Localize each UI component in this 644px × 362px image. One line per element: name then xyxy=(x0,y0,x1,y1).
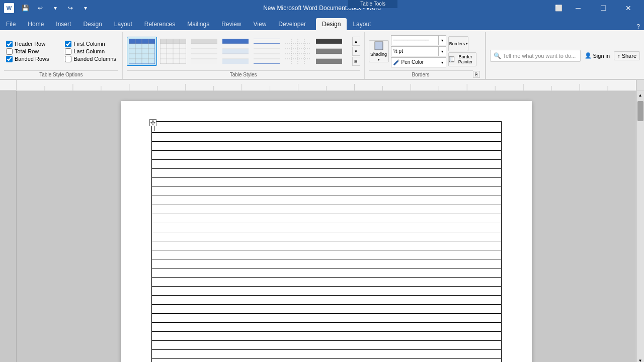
ruler-area xyxy=(0,80,644,91)
scroll-thumb[interactable] xyxy=(637,101,643,121)
gallery-scroll-up[interactable]: ▲ xyxy=(352,37,360,46)
table-cell[interactable] xyxy=(151,359,501,363)
scroll-track[interactable] xyxy=(636,99,644,356)
table-move-handle[interactable] xyxy=(149,119,156,126)
undo-qat-btn[interactable]: ↩ xyxy=(34,2,46,14)
scroll-up-btn[interactable]: ▲ xyxy=(636,91,644,99)
tab-design-doc[interactable]: Design xyxy=(77,18,108,30)
table-cell[interactable] xyxy=(151,151,501,160)
table-cell[interactable] xyxy=(151,142,501,151)
table-cell[interactable] xyxy=(151,241,501,250)
table-cell[interactable] xyxy=(151,268,501,278)
tab-layout-table[interactable]: Layout xyxy=(347,18,377,30)
word-icon: W xyxy=(4,3,14,13)
banded-columns-checkbox[interactable] xyxy=(65,56,71,62)
table-cell[interactable] xyxy=(151,305,501,314)
gallery-scroll-down[interactable]: ▼ xyxy=(352,47,360,56)
customize-qat-btn[interactable]: ▾ xyxy=(79,2,92,14)
border-painter-btn[interactable]: Border Painter xyxy=(448,52,476,66)
table-cell[interactable] xyxy=(151,259,501,268)
table-cell[interactable] xyxy=(151,205,501,214)
tab-mailings[interactable]: Mailings xyxy=(181,18,215,30)
table-cell[interactable] xyxy=(151,214,501,223)
table-style-grid[interactable] xyxy=(127,37,157,66)
document-scroll-area[interactable] xyxy=(17,91,636,362)
table-style-2[interactable] xyxy=(158,37,188,66)
table-cell[interactable] xyxy=(151,332,501,341)
tab-developer[interactable]: Developer xyxy=(272,18,312,30)
sign-in-label: Sign in xyxy=(593,53,610,59)
tab-home[interactable]: Home xyxy=(22,18,50,30)
first-column-option[interactable]: First Column xyxy=(65,41,116,47)
sign-in-btn[interactable]: 👤 Sign in xyxy=(585,52,610,59)
table-cell[interactable] xyxy=(151,278,501,287)
close-btn[interactable]: ✕ xyxy=(617,0,640,16)
table-style-6[interactable] xyxy=(283,37,313,66)
search-box[interactable]: 🔍 Tell me what you want to do... xyxy=(490,50,581,62)
table-style-5[interactable] xyxy=(252,37,282,66)
border-width-control[interactable]: ½ pt ▾ xyxy=(391,46,446,56)
share-btn[interactable]: ↑ Share xyxy=(614,51,640,60)
border-width-dropdown[interactable]: ▾ xyxy=(439,49,446,54)
table-cell[interactable] xyxy=(151,187,501,196)
table-cell[interactable] xyxy=(151,250,501,259)
table-cell[interactable] xyxy=(151,341,501,350)
table-cell[interactable] xyxy=(151,133,501,142)
table-cell[interactable] xyxy=(151,323,501,332)
tab-design-table[interactable]: Design xyxy=(316,18,347,30)
banded-columns-option[interactable]: Banded Columns xyxy=(65,56,116,62)
borders-dialog-launcher[interactable]: ⎘ xyxy=(473,71,480,78)
first-column-checkbox[interactable] xyxy=(65,41,71,47)
header-row-checkbox[interactable] xyxy=(6,41,13,47)
total-row-option[interactable]: Total Row xyxy=(6,48,57,55)
pen-color-control[interactable]: Pen Color ▾ xyxy=(391,57,446,67)
table-cell[interactable] xyxy=(151,196,501,205)
undo-dropdown[interactable]: ▾ xyxy=(49,2,61,14)
vertical-scrollbar[interactable]: ▲ ▼ xyxy=(636,91,644,362)
banded-rows-option[interactable]: Banded Rows xyxy=(6,56,57,62)
banded-rows-checkbox[interactable] xyxy=(6,56,13,62)
tab-view[interactable]: View xyxy=(248,18,273,30)
table-cell[interactable] xyxy=(151,287,501,296)
table-cell[interactable] xyxy=(151,160,501,169)
gallery-more[interactable]: ⊟ xyxy=(352,57,360,66)
tab-insert[interactable]: Insert xyxy=(50,18,77,30)
table-style-3[interactable] xyxy=(189,37,219,66)
ribbon-display-btn[interactable]: ⬜ xyxy=(552,2,565,14)
pen-color-dropdown[interactable]: ▾ xyxy=(439,60,446,65)
border-controls-col: ────────── ▾ ½ pt ▾ Pen Color xyxy=(391,35,446,67)
tab-review[interactable]: Review xyxy=(215,18,247,30)
tab-layout-doc[interactable]: Layout xyxy=(108,18,138,30)
table-row xyxy=(151,341,501,350)
table-style-7[interactable] xyxy=(314,37,344,66)
cursor-cell[interactable] xyxy=(151,122,501,133)
save-qat-btn[interactable]: 💾 xyxy=(19,2,31,14)
tab-references[interactable]: References xyxy=(138,18,181,30)
tab-file[interactable]: File xyxy=(0,18,22,30)
table-cell[interactable] xyxy=(151,178,501,187)
svg-marker-87 xyxy=(150,122,152,124)
minimize-btn[interactable]: ─ xyxy=(567,0,590,16)
scroll-down-btn[interactable]: ▼ xyxy=(636,356,644,362)
table-style-4[interactable] xyxy=(220,37,251,66)
shading-btn[interactable]: Shading ▾ xyxy=(369,40,389,62)
table-cell[interactable] xyxy=(151,314,501,323)
style-options-label: Table Style Options xyxy=(4,70,118,79)
header-row-option[interactable]: Header Row xyxy=(6,41,57,47)
person-icon: 👤 xyxy=(585,52,592,59)
border-style-dropdown[interactable]: ▾ xyxy=(439,38,446,43)
total-row-checkbox[interactable] xyxy=(6,48,13,55)
maximize-btn[interactable]: ☐ xyxy=(592,0,615,16)
table-cell[interactable] xyxy=(151,232,501,241)
redo-qat-btn[interactable]: ↪ xyxy=(64,2,76,14)
border-style-control[interactable]: ────────── ▾ xyxy=(391,35,446,45)
table-cell[interactable] xyxy=(151,296,501,305)
last-column-option[interactable]: Last Column xyxy=(65,48,116,55)
table-cell[interactable] xyxy=(151,223,501,232)
table-cell[interactable] xyxy=(151,350,501,359)
help-btn[interactable]: ? xyxy=(636,23,644,30)
borders-btn[interactable]: Borders ▾ xyxy=(448,36,468,51)
table-cell[interactable] xyxy=(151,169,501,178)
last-column-checkbox[interactable] xyxy=(65,48,71,55)
table-row xyxy=(151,122,501,133)
